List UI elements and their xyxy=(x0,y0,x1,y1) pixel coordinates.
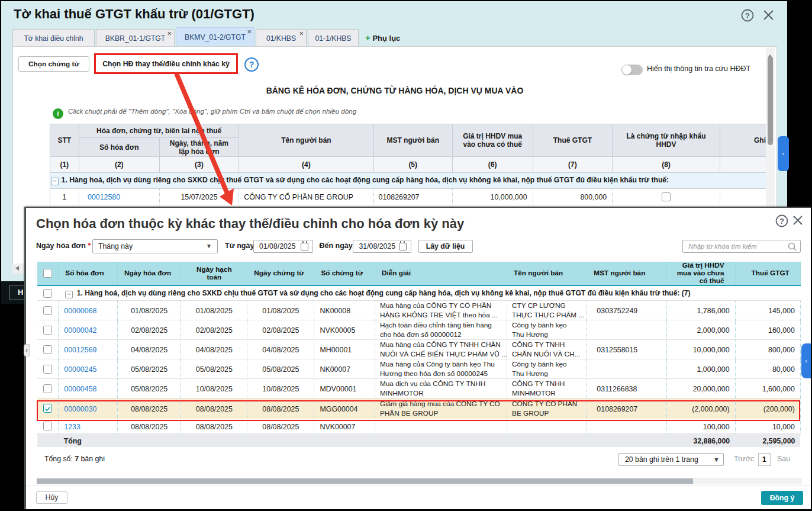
svg-text:?: ? xyxy=(779,217,784,226)
svg-text:?: ? xyxy=(249,60,254,69)
svg-text:?: ? xyxy=(745,11,750,20)
